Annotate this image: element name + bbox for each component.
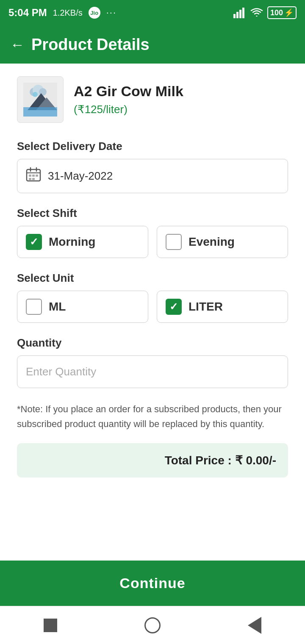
unit-options: ML LITER [17,291,288,323]
svg-rect-19 [29,178,31,180]
liter-checkbox[interactable] [166,299,182,315]
svg-rect-2 [239,10,241,18]
svg-rect-10 [23,107,57,117]
status-dots: ··· [106,7,116,18]
product-info: A2 Gir Cow Milk (₹125/liter) [17,76,288,123]
status-speed: 1.2KB/s [53,8,83,18]
quantity-input[interactable] [17,355,288,388]
svg-rect-17 [32,175,35,177]
shift-section: Select Shift Morning Evening [17,207,288,258]
back-button[interactable]: ← [10,36,25,53]
product-image [17,76,64,123]
product-image-svg [23,83,57,117]
delivery-date-value: 31-May-2022 [48,169,113,183]
unit-label: Select Unit [17,272,288,285]
status-time: 5:04 PM [8,7,47,19]
product-details-text: A2 Gir Cow Milk (₹125/liter) [74,83,183,116]
calendar-icon [26,167,41,185]
unit-liter[interactable]: LITER [157,291,288,323]
wifi-icon [250,7,263,18]
ml-checkbox[interactable] [26,299,42,315]
evening-label: Evening [189,235,235,249]
continue-label: Continue [119,575,185,591]
svg-rect-1 [236,12,238,18]
svg-rect-3 [242,8,244,18]
note-text: *Note: If you place an order for a subsc… [17,402,288,431]
date-picker[interactable]: 31-May-2022 [17,159,288,193]
status-carrier: Jio [89,7,100,19]
evening-checkbox[interactable] [166,234,182,250]
status-bar: 5:04 PM 1.2KB/s Jio ··· 100 ⚡ [0,0,305,25]
delivery-date-section: Select Delivery Date 31-May-2022 [17,140,288,193]
total-price-box: Total Price : ₹ 0.00/- [17,443,288,477]
delivery-date-label: Select Delivery Date [17,140,288,153]
unit-section: Select Unit ML LITER [17,272,288,323]
svg-rect-18 [36,175,38,177]
ml-label: ML [49,300,66,314]
shift-evening[interactable]: Evening [157,226,288,258]
morning-checkbox[interactable] [26,234,42,250]
nav-back-button[interactable] [248,617,261,634]
product-name: A2 Gir Cow Milk [74,83,183,100]
product-price: (₹125/liter) [74,103,183,116]
battery-level: 100 [270,8,283,17]
continue-button[interactable]: Continue [0,561,305,606]
shift-morning[interactable]: Morning [17,226,148,258]
nav-bar [0,606,305,644]
svg-rect-20 [32,178,35,180]
header: ← Product Details [0,25,305,64]
shift-options: Morning Evening [17,226,288,258]
morning-label: Morning [49,235,95,249]
nav-home-button[interactable] [144,617,161,633]
nav-square-button[interactable] [44,619,57,632]
svg-rect-0 [233,14,236,18]
status-right: 100 ⚡ [233,6,297,19]
signal-icon [233,7,246,18]
status-left: 5:04 PM 1.2KB/s Jio ··· [8,7,116,19]
unit-ml[interactable]: ML [17,291,148,323]
quantity-label: Quantity [17,336,288,350]
svg-point-11 [33,92,38,97]
svg-rect-16 [29,175,31,177]
page-title: Product Details [31,36,150,54]
liter-label: LITER [189,300,223,314]
main-content: A2 Gir Cow Milk (₹125/liter) Select Deli… [0,64,305,561]
total-price-value: Total Price : ₹ 0.00/- [165,454,276,467]
quantity-section: Quantity [17,336,288,388]
shift-label: Select Shift [17,207,288,220]
battery-indicator: 100 ⚡ [267,6,297,19]
